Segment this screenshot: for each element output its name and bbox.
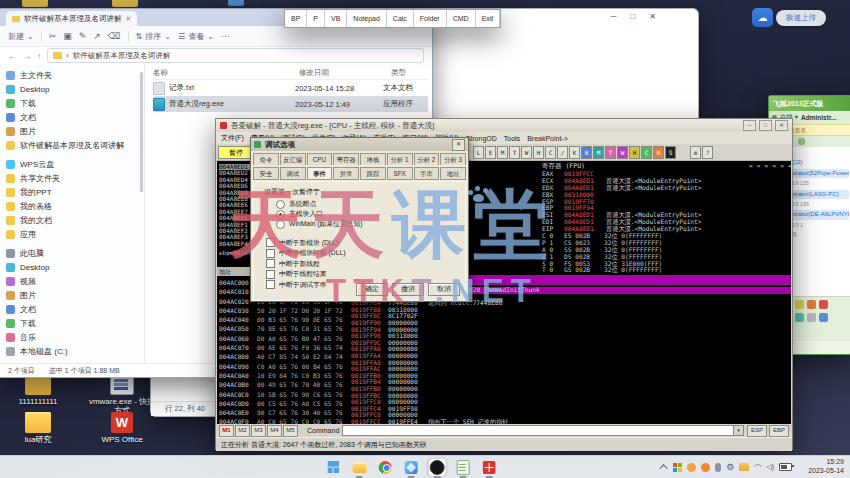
dump-row[interactable]: 004AC0D000 C5 65 76 A0 C5 65 76 [217, 399, 349, 408]
memory-tab[interactable]: M3 [251, 425, 266, 437]
menu-item[interactable]: BreakPoint-> [527, 135, 568, 142]
dialog-tab[interactable]: 地址 [440, 167, 466, 180]
sidebar-item[interactable]: 文档 [6, 110, 142, 124]
toolbar-tile-button[interactable]: S [665, 146, 676, 159]
dialog-tab[interactable]: 分析 1 [387, 153, 413, 165]
toolbar-tile-button[interactable]: T [605, 146, 616, 159]
toolbar-tile-button[interactable]: M [497, 146, 508, 159]
toolbar-tile-button[interactable]: T [509, 146, 520, 159]
menu-item[interactable]: Tools [504, 135, 520, 142]
toolbar-tile-button[interactable]: M [593, 146, 604, 159]
dialog-tab[interactable]: 事件 [307, 167, 333, 180]
gear-icon[interactable]: ⚙ [726, 463, 734, 472]
dialog-tab[interactable]: 调试 [280, 167, 306, 180]
sidebar-item[interactable]: Desktop [6, 260, 142, 274]
toolbar-tile-button[interactable]: B [581, 146, 592, 159]
tool-icon[interactable] [798, 138, 805, 145]
up-icon[interactable]: ↑ [37, 51, 41, 61]
tray-folder-icon[interactable] [739, 463, 749, 471]
dialog-tab[interactable]: CPU [307, 153, 333, 165]
dump-row[interactable]: 004AC0B000 49 65 76 70 A0 65 76 [217, 380, 349, 389]
dialog-tab[interactable]: 堆栈 [360, 153, 386, 165]
dump-row[interactable]: 004AC05070 8E 65 76 C0 31 65 76 [217, 324, 349, 333]
dump-row[interactable]: 004AC0C010 5B 65 76 90 C6 65 76 [217, 390, 349, 399]
more-button[interactable]: ⋯ [221, 32, 229, 41]
window-control-icon[interactable]: ✕ [775, 120, 788, 131]
new-button[interactable]: 新建⌄ [8, 31, 34, 42]
dialog-tab[interactable]: SFX [387, 167, 413, 180]
window-control-icon[interactable]: ✕ [649, 12, 656, 21]
tray-app-icon[interactable] [701, 463, 710, 472]
window-control-icon[interactable]: ─ [743, 120, 756, 131]
sidebar-item[interactable]: Desktop [6, 82, 142, 96]
quick-toolbar-button[interactable]: P [307, 10, 325, 27]
app-icon[interactable] [819, 313, 828, 322]
radio-icon[interactable] [276, 220, 285, 229]
quick-toolbar-button[interactable]: Calc [387, 10, 414, 27]
memory-tab[interactable]: M5 [283, 425, 298, 437]
radio-option[interactable]: WinMain (如果位置已知) [276, 220, 465, 228]
rename-icon[interactable]: ✎ [79, 31, 87, 41]
quick-upload-widget[interactable]: ☁ 极速上传 [752, 8, 826, 27]
wifi-icon[interactable]: ◠ [754, 463, 761, 471]
app-icon[interactable] [819, 300, 828, 309]
dialog-tab[interactable]: 字串 [414, 167, 440, 180]
chevron-down-icon[interactable]: ▾ [733, 426, 743, 435]
toolbar-tile-button[interactable]: H [629, 146, 640, 159]
taskbar-app-icon[interactable] [481, 459, 498, 476]
tray-app-icon[interactable] [687, 463, 696, 472]
command-input[interactable]: ▾ [342, 425, 744, 436]
sidebar-item[interactable]: 此电脑 [6, 246, 142, 260]
toolbar-tile-button[interactable]: / [557, 146, 568, 159]
sidebar-item[interactable]: 我的PPT [6, 185, 142, 199]
sidebar-item[interactable]: 文档 [6, 302, 142, 316]
taskbar-app-icon[interactable] [377, 459, 394, 476]
checkbox-icon[interactable] [266, 259, 275, 268]
toolbar-tile-button[interactable]: H [533, 146, 544, 159]
checkbox-option[interactable]: 中断于模块卸载 (DLL) [266, 249, 465, 257]
dump-row[interactable]: 004AC0A010 E9 84 76 C0 B3 65 76 [217, 371, 349, 380]
sidebar-item[interactable]: 本地磁盘 (C:) [6, 344, 142, 358]
sidebar-item[interactable]: WPS云盘 [6, 157, 142, 171]
delete-icon[interactable]: ⌫ [108, 31, 121, 41]
desktop-icon-vmware[interactable]: vmware.exe - 快捷方式 [86, 374, 158, 415]
view-button[interactable]: ☰查看⌄ [178, 31, 214, 42]
quick-toolbar-button[interactable]: Folder [414, 10, 447, 27]
toolbar-tile-button[interactable]: K [569, 146, 580, 159]
debugger-title-bar[interactable]: 吾爱破解 - 普通大漠reg.exe - [CPU - 主线程, 模块 - 普通… [216, 119, 792, 132]
sidebar-item[interactable]: 音乐 [6, 330, 142, 344]
dialog-title-bar[interactable]: 调试选项 ✕ [251, 138, 468, 151]
sidebar-item[interactable]: 下载 [6, 316, 142, 330]
feihu-title-bar[interactable]: 飞狐2013正式版 [769, 96, 850, 111]
radio-option[interactable]: 主模块入口 [276, 210, 465, 218]
toolbar-tile-button[interactable]: L [473, 146, 484, 159]
column-name[interactable]: 名称 [153, 68, 299, 78]
column-date[interactable]: 修改日期 [299, 68, 391, 78]
memory-tab[interactable]: M4 [267, 425, 282, 437]
app-icon[interactable] [807, 300, 816, 309]
quick-toolbar-button[interactable]: BP [285, 10, 307, 27]
quick-toolbar-button[interactable]: CMD [447, 10, 476, 27]
sidebar-item[interactable]: 图片 [6, 288, 142, 302]
column-type[interactable]: 类型 [391, 68, 433, 78]
sidebar-item[interactable]: 视频 [6, 274, 142, 288]
registers-collapse-icons[interactable]: « « « « « « [749, 162, 791, 171]
taskbar-app-icon[interactable] [455, 459, 472, 476]
toolbar-tile-button[interactable]: E [485, 146, 496, 159]
stack-row[interactable]: 0019FFCC0019FFE4指向下一个 SEH 记录的指针 [351, 419, 791, 424]
checkbox-option[interactable]: 中断于新线程 [266, 260, 465, 268]
toolbar-tile-button[interactable]: R [653, 146, 664, 159]
quick-toolbar-button[interactable]: Notepad [347, 10, 386, 27]
microphone-icon[interactable] [715, 463, 721, 472]
sort-button[interactable]: ⇅排序⌄ [136, 31, 171, 42]
close-icon[interactable]: ✕ [452, 139, 465, 151]
dialog-tab[interactable]: 反汇编 [280, 153, 306, 165]
desktop-icon-1111111111[interactable]: 1111111111 [2, 374, 74, 406]
memory-tab[interactable]: M1 [219, 425, 234, 437]
sidebar-item[interactable]: 我的表格 [6, 199, 142, 213]
toolbar-tile-button[interactable]: W [617, 146, 628, 159]
taskbar-app-icon[interactable] [429, 459, 446, 476]
volume-icon[interactable]: ◁) [766, 463, 774, 471]
tab-close-icon[interactable]: ✕ [126, 15, 132, 23]
dump-row[interactable]: 004AC080A0 C7 85 74 50 E2 84 74 [217, 352, 349, 361]
